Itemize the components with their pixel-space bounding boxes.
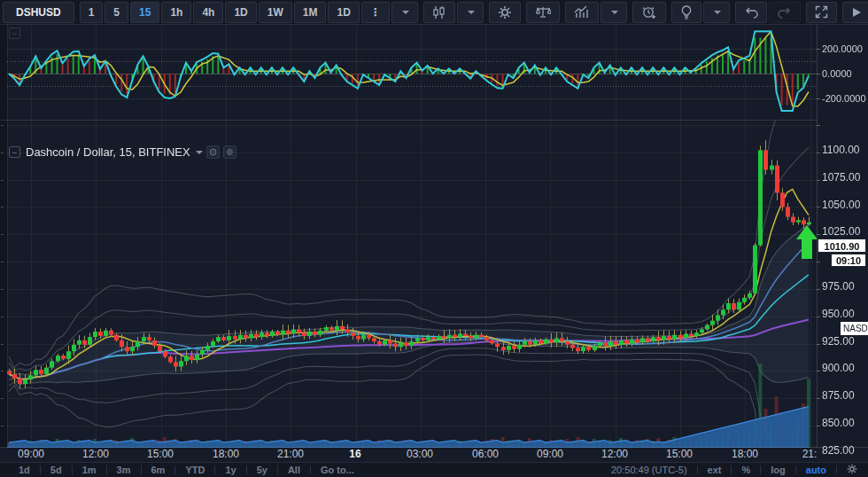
candle-style-icon[interactable] xyxy=(423,2,455,23)
auto-scale-toggle[interactable]: auto xyxy=(796,465,836,475)
price-950: 950.00 xyxy=(822,308,855,320)
time-1500a: 15:00 xyxy=(147,448,174,460)
goto-button[interactable]: Go to... xyxy=(311,465,364,475)
osc-axis-0: 0.0000 xyxy=(822,67,852,80)
bottom-right-group: 20:50:49 (UTC-5) ext % log auto xyxy=(601,464,859,476)
time-2100b: 21: xyxy=(802,448,818,460)
fullscreen-icon[interactable] xyxy=(806,2,837,23)
log-scale-toggle[interactable]: log xyxy=(761,465,795,475)
price-875: 875.00 xyxy=(822,389,855,402)
bar-replay-icon[interactable] xyxy=(842,2,868,23)
range-group: 1d 5d 1m 3m 6m YTD 1y 5y All Go to... xyxy=(9,465,364,475)
title-chevron-icon[interactable] xyxy=(196,151,203,154)
price-850: 850.00 xyxy=(822,417,855,429)
interval-4h[interactable]: 4h xyxy=(193,2,223,23)
time-2100a: 21:00 xyxy=(277,448,304,460)
time-1200a: 12:00 xyxy=(82,448,109,460)
interval-menu-chevron-icon[interactable] xyxy=(391,2,418,23)
pane-gear-icon[interactable] xyxy=(223,145,236,159)
range-3m[interactable]: 3m xyxy=(107,465,141,475)
candle-style-chevron-icon[interactable] xyxy=(457,2,484,23)
bottom-bar: 1d 5d 1m 3m 6m YTD 1y 5y All Go to... 20… xyxy=(0,462,868,477)
pane-collapse-icon[interactable]: − xyxy=(9,146,20,158)
interval-1d-2[interactable]: 1D xyxy=(328,2,359,23)
settings-gear-icon[interactable] xyxy=(489,2,521,23)
range-1y[interactable]: 1y xyxy=(215,465,245,475)
time-1800a: 18:00 xyxy=(213,448,239,460)
trading-app: DSHUSD 1 5 15 1h 4h 1D 1W 1M 1D ⋮ xyxy=(0,0,868,477)
interval-more-button[interactable]: ⋮ xyxy=(361,2,390,23)
main-chart-canvas[interactable] xyxy=(0,25,868,448)
osc-axis-200: 200.0000 xyxy=(822,43,863,55)
time-1800b: 18:00 xyxy=(732,448,758,460)
price-1075: 1075.00 xyxy=(822,171,860,184)
redo-icon[interactable] xyxy=(769,2,801,23)
interval-1[interactable]: 1 xyxy=(80,2,104,23)
interval-15-active[interactable]: 15 xyxy=(130,2,159,23)
ideas-chevron-icon[interactable] xyxy=(703,2,730,23)
time-0900b: 09:00 xyxy=(537,448,563,460)
clock-label[interactable]: 20:50:49 (UTC-5) xyxy=(601,465,697,475)
time-axis[interactable]: 09:00 12:00 15:00 18:00 21:00 16 03:00 0… xyxy=(0,448,868,462)
symbol-title[interactable]: Dashcoin / Dollar, 15, BITFINEX xyxy=(26,145,190,159)
alert-clock-icon[interactable] xyxy=(632,2,666,23)
interval-1h[interactable]: 1h xyxy=(161,2,191,23)
percent-scale-toggle[interactable]: % xyxy=(732,465,760,475)
price-825: 825.00 xyxy=(822,444,855,457)
price-1100: 1100.00 xyxy=(822,144,860,156)
pane-title-row: − Dashcoin / Dollar, 15, BITFINEX xyxy=(9,145,236,159)
eye-icon[interactable] xyxy=(206,145,220,159)
interval-1d[interactable]: 1D xyxy=(225,2,256,23)
top-toolbar: DSHUSD 1 5 15 1h 4h 1D 1W 1M 1D ⋮ xyxy=(0,0,868,25)
interval-5[interactable]: 5 xyxy=(105,2,128,23)
osc-axis-neg200: -200.0000 xyxy=(822,92,866,105)
time-0600b: 06:00 xyxy=(472,448,499,460)
time-day16: 16 xyxy=(349,448,360,460)
undo-icon[interactable] xyxy=(735,2,767,23)
nasd-badge: NASD xyxy=(841,322,868,335)
session-ext-toggle[interactable]: ext xyxy=(698,465,732,475)
range-1m[interactable]: 1m xyxy=(73,465,106,475)
interval-1w[interactable]: 1W xyxy=(259,2,292,23)
indicators-icon[interactable] xyxy=(565,2,599,23)
time-0300b: 03:00 xyxy=(407,448,433,460)
time-0900a: 09:00 xyxy=(18,448,44,460)
range-5d[interactable]: 5d xyxy=(41,465,72,475)
time-1500b: 15:00 xyxy=(666,448,693,460)
price-900: 900.00 xyxy=(822,362,855,374)
range-all[interactable]: All xyxy=(278,465,310,475)
range-5y[interactable]: 5y xyxy=(247,465,277,475)
interval-1m[interactable]: 1M xyxy=(294,2,327,23)
bar-countdown-flag: 09:10 xyxy=(831,254,866,267)
time-1200b: 12:00 xyxy=(601,448,628,460)
bottom-gear-icon[interactable] xyxy=(837,464,859,476)
symbol-button[interactable]: DSHUSD xyxy=(3,2,74,23)
oscillator-collapse-icon[interactable]: − xyxy=(9,27,20,39)
indicators-chevron-icon[interactable] xyxy=(601,2,627,23)
range-6m[interactable]: 6m xyxy=(142,465,175,475)
range-1d[interactable]: 1d xyxy=(9,465,40,475)
price-925: 925.00 xyxy=(822,335,855,348)
price-1050: 1050.00 xyxy=(822,199,860,211)
last-price-flag: 1010.90 xyxy=(818,238,866,253)
price-975: 975.00 xyxy=(822,280,855,293)
compare-scales-icon[interactable] xyxy=(526,2,560,23)
ideas-bulb-icon[interactable] xyxy=(671,2,701,23)
price-1025: 1025.00 xyxy=(822,225,860,238)
range-ytd[interactable]: YTD xyxy=(175,465,214,475)
